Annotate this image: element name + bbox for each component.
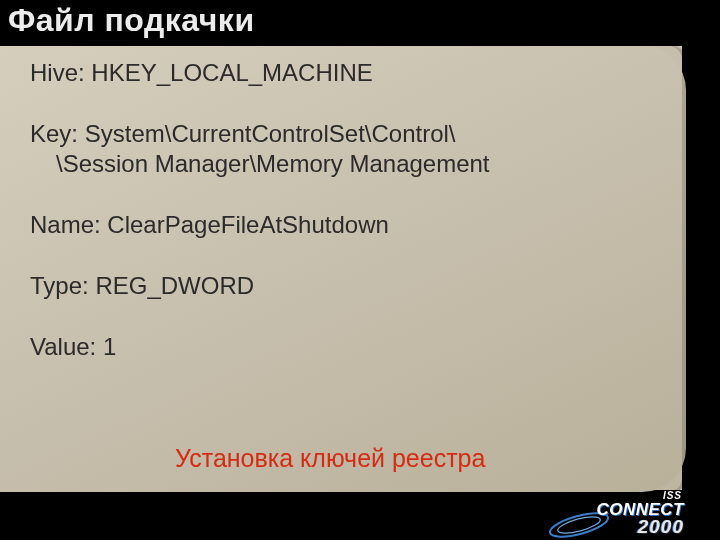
logo-year: 2000 — [638, 516, 684, 538]
name-value: ClearPageFileAtShutdown — [107, 211, 389, 238]
name-label: Name: — [30, 211, 101, 238]
key-value-1: System\CurrentControlSet\Control\ — [85, 120, 456, 147]
value-line: Value: 1 — [30, 332, 670, 363]
hive-label: Hive: — [30, 59, 85, 86]
svg-point-1 — [556, 514, 602, 537]
value-label: Value: — [30, 333, 96, 360]
name-line: Name: ClearPageFileAtShutdown — [30, 210, 670, 241]
key-line-1: Key: System\CurrentControlSet\Control\ — [30, 119, 670, 150]
hive-line: Hive: HKEY_LOCAL_MACHINE — [30, 58, 670, 89]
slide: Файл подкачки Hive: HKEY_LOCAL_MACHINE K… — [0, 0, 720, 540]
value-value: 1 — [103, 333, 116, 360]
key-line-2: \Session Manager\Memory Management — [30, 149, 670, 180]
hive-value: HKEY_LOCAL_MACHINE — [91, 59, 372, 86]
key-label: Key: — [30, 120, 78, 147]
slide-title: Файл подкачки — [8, 2, 255, 39]
type-line: Type: REG_DWORD — [30, 271, 670, 302]
type-label: Type: — [30, 272, 89, 299]
footer-note: Установка ключей реестра — [175, 444, 485, 473]
key-block: Key: System\CurrentControlSet\Control\ \… — [30, 119, 670, 180]
type-value: REG_DWORD — [95, 272, 254, 299]
slide-body: Hive: HKEY_LOCAL_MACHINE Key: System\Cur… — [30, 58, 670, 392]
logo: ISS CONNECT 2000 — [552, 494, 684, 538]
frame-right — [682, 0, 720, 540]
